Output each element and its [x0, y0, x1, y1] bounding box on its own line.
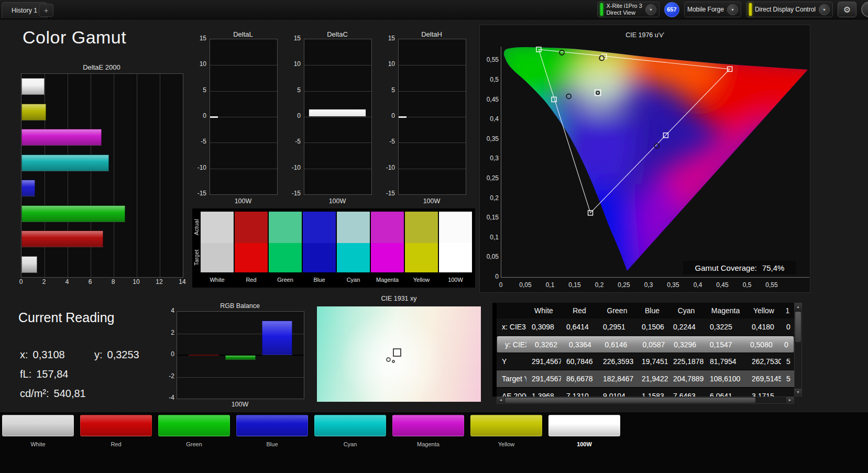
scroll-up-arrow[interactable]: ▲: [795, 303, 801, 311]
chevron-glyph: ▼: [731, 8, 734, 12]
actual-swatch: [439, 212, 472, 243]
x-tick-label: 0,2: [591, 281, 607, 289]
swatch-label: Red: [235, 277, 268, 283]
pattern-button-red[interactable]: Red: [80, 415, 152, 447]
x-tick-label: 0,4: [690, 281, 706, 289]
pattern-label: Blue: [236, 441, 308, 447]
y-tick-label: 0: [160, 350, 174, 358]
meter-name: X-Rite i1Pro 3: [606, 3, 642, 9]
gamut-coverage-label: Gamut Coverage:: [695, 263, 757, 272]
table-cell: 0,6146: [600, 336, 634, 353]
source-select[interactable]: Mobile Forge ▼: [684, 2, 741, 17]
measurement-table: WhiteRedGreenBlueCyanMagentaYellow1 x: C…: [492, 303, 802, 404]
pattern-button-cyan[interactable]: Cyan: [314, 415, 386, 447]
target-marker: [393, 348, 401, 357]
y-tick-label: 10: [189, 60, 206, 68]
reading-cdm2: cd/m²: 540,81: [20, 388, 86, 400]
gridline: [137, 74, 137, 277]
pattern-swatch: [548, 415, 620, 436]
gridline: [114, 74, 114, 277]
y-label: y:: [94, 349, 103, 361]
target-swatch: [235, 243, 268, 272]
pattern-label: 100W: [548, 441, 620, 447]
display-control-select[interactable]: Direct Display Control ▼: [746, 2, 833, 17]
pattern-button-green[interactable]: Green: [158, 415, 230, 447]
y-tick-label: -10: [377, 164, 395, 171]
table-row[interactable]: Target Y291,456786,6678182,846721,942220…: [497, 370, 794, 388]
gridline: [304, 142, 371, 143]
y-tick-label: 5: [377, 86, 395, 94]
reading-count-badge[interactable]: 657: [664, 2, 679, 17]
deltae-bar-magenta: [21, 129, 102, 146]
swatch-column-green: Green: [269, 212, 302, 283]
vertical-scroll-thumb[interactable]: [795, 312, 801, 342]
table-cell: 262,7530: [746, 353, 781, 370]
delta-zero-mark: [210, 116, 218, 118]
y-tick-label: -10: [283, 164, 301, 171]
chevron-glyph: ▼: [649, 8, 653, 12]
delta-chart-deltah: DeltaH151050-5-10-15100W: [377, 29, 465, 210]
reading-x: x: 0,3108: [20, 349, 65, 361]
table-row[interactable]: y: CIE310,32620,33640,61460,05870,32960,…: [497, 336, 794, 353]
swatch-column-blue: Blue: [303, 212, 336, 283]
pattern-button-100w[interactable]: 100W: [548, 415, 620, 447]
table-cell: 291,4567: [526, 353, 561, 370]
add-tab-button[interactable]: +: [39, 4, 53, 17]
meter-select[interactable]: X-Rite i1Pro 3 Direct View ▼: [597, 2, 659, 17]
table-cell: 1,1583: [636, 388, 668, 397]
gridline: [399, 91, 466, 92]
column-header: Red: [561, 303, 598, 318]
fl-value: 157,84: [36, 368, 68, 380]
row-label: ΔE 2000: [497, 388, 526, 397]
y-tick-label: -5: [377, 138, 395, 145]
partial-round-button[interactable]: [861, 2, 868, 17]
current-reading-title: Current Reading: [18, 310, 114, 325]
rgb-balance-chart: RGB Balance 100W 420-2-4: [159, 302, 311, 410]
settings-button[interactable]: ⚙: [838, 2, 856, 17]
target-swatch: [439, 243, 472, 272]
table-left-strip: [492, 303, 497, 397]
table-row[interactable]: x: CIE310,30980,64140,29510,15060,22440,…: [497, 318, 794, 336]
target-swatch: [371, 243, 404, 272]
vertical-scrollbar[interactable]: ▲ ▼: [794, 303, 802, 397]
swatch-column-white: White: [201, 212, 234, 283]
y-tick-label: 5: [189, 86, 206, 94]
chevron-down-icon[interactable]: ▼: [727, 4, 738, 15]
y-tick-label: 0,2: [480, 194, 499, 202]
table-cell: 291,4567: [526, 370, 561, 387]
table-row[interactable]: ΔE 20001,39687,13109,01041,15837,64636,0…: [497, 388, 794, 397]
table-cell: 0,6414: [561, 318, 598, 335]
pattern-button-white[interactable]: White: [2, 415, 74, 447]
table-cell: 9,0104: [598, 388, 636, 397]
pattern-swatch: [80, 415, 152, 436]
table-cell: 0,3364: [564, 336, 596, 353]
history-tab-label: History 1: [12, 7, 37, 14]
table-cell: 6,0641: [705, 388, 746, 397]
table-cell: 0,3225: [705, 318, 746, 335]
table-cell: 204,7889: [668, 370, 705, 387]
chevron-down-icon[interactable]: ▼: [819, 4, 830, 15]
y-tick-label: -10: [189, 164, 206, 171]
cie1931-zoom-plot: [317, 306, 481, 402]
scroll-right-arrow[interactable]: ►: [786, 397, 794, 403]
swatch-column-magenta: Magenta: [371, 212, 404, 283]
chevron-down-icon[interactable]: ▼: [645, 4, 656, 15]
scroll-left-arrow[interactable]: ◄: [497, 397, 504, 403]
actual-swatch: [303, 212, 336, 243]
pattern-button-magenta[interactable]: Magenta: [392, 415, 464, 447]
horizontal-scroll-thumb[interactable]: [505, 398, 755, 403]
gridline: [399, 65, 466, 65]
horizontal-scrollbar[interactable]: ◄ ►: [497, 397, 794, 404]
table-cell: 5: [781, 353, 794, 370]
table-cell: 21,9422: [636, 370, 668, 387]
table-row[interactable]: Y291,456760,7846226,359319,7451225,18788…: [497, 353, 794, 370]
delta-chart-deltac: DeltaC151050-5-10-15100W: [283, 29, 371, 210]
x-tick-label: 0,35: [665, 281, 681, 289]
chart-title: DeltaL: [210, 30, 277, 38]
pattern-swatch: [158, 415, 230, 436]
y-tick-label: -15: [189, 190, 206, 197]
pattern-button-yellow[interactable]: Yellow: [470, 415, 542, 447]
pattern-swatch: [314, 415, 386, 436]
scroll-down-arrow[interactable]: ▼: [795, 389, 801, 396]
pattern-button-blue[interactable]: Blue: [236, 415, 308, 447]
